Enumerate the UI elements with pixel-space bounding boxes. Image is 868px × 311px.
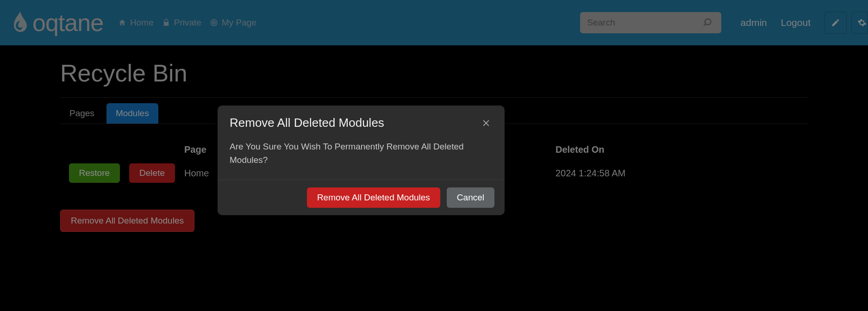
- confirm-modal: Remove All Deleted Modules Are You Sure …: [218, 106, 505, 215]
- modal-close-button[interactable]: [480, 117, 493, 130]
- modal-title: Remove All Deleted Modules: [230, 116, 384, 130]
- modal-cancel-button[interactable]: Cancel: [447, 187, 494, 208]
- modal-confirm-button[interactable]: Remove All Deleted Modules: [307, 187, 440, 208]
- modal-body: Are You Sure You Wish To Permanently Rem…: [218, 138, 505, 180]
- close-icon: [481, 118, 491, 128]
- modal-footer: Remove All Deleted Modules Cancel: [218, 180, 505, 215]
- modal-header: Remove All Deleted Modules: [218, 106, 505, 138]
